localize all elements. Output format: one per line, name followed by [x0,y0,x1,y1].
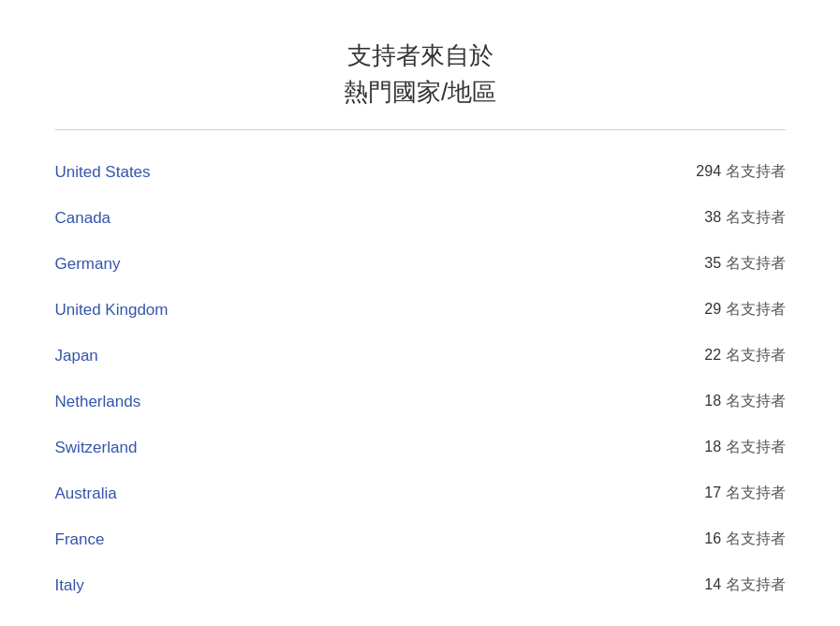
country-row: Netherlands18 名支持者 [55,379,786,425]
supporter-count: 16 名支持者 [704,529,785,549]
supporter-count: 14 名支持者 [704,575,785,595]
country-row: France16 名支持者 [55,516,786,562]
supporter-count: 35 名支持者 [704,254,785,274]
supporter-count: 17 名支持者 [704,484,785,503]
country-name[interactable]: Switzerland [55,439,138,457]
country-name[interactable]: Netherlands [55,393,141,411]
country-list: United States294 名支持者Canada38 名支持者German… [55,149,786,608]
supporter-count: 22 名支持者 [704,346,785,365]
supporter-count: 38 名支持者 [704,208,785,228]
main-container: 支持者來自於 熱門國家/地區 United States294 名支持者Cana… [55,28,786,618]
country-row: Italy14 名支持者 [55,562,786,608]
header-line1: 支持者來自於 [347,41,494,69]
supporter-count: 18 名支持者 [704,438,785,457]
country-row: Germany35 名支持者 [55,241,786,287]
country-row: Japan22 名支持者 [55,333,786,379]
country-row: United Kingdom29 名支持者 [55,287,786,333]
country-name[interactable]: Canada [55,209,111,228]
country-name[interactable]: United Kingdom [55,301,169,320]
section-header: 支持者來自於 熱門國家/地區 [55,37,786,111]
country-name[interactable]: Australia [55,484,117,503]
country-name[interactable]: United States [55,163,151,182]
supporter-count: 18 名支持者 [704,392,785,411]
country-name[interactable]: Germany [55,255,121,274]
country-row: Australia17 名支持者 [55,470,786,516]
country-row: United States294 名支持者 [55,149,786,195]
header-title: 支持者來自於 熱門國家/地區 [55,37,786,111]
section-divider [55,129,786,130]
header-line2: 熱門國家/地區 [344,78,496,106]
supporter-count: 294 名支持者 [696,162,785,182]
country-name[interactable]: Italy [55,576,84,595]
supporter-count: 29 名支持者 [704,300,785,320]
country-name[interactable]: Japan [55,347,98,365]
country-row: Canada38 名支持者 [55,195,786,241]
country-row: Switzerland18 名支持者 [55,425,786,470]
country-name[interactable]: France [55,530,105,549]
